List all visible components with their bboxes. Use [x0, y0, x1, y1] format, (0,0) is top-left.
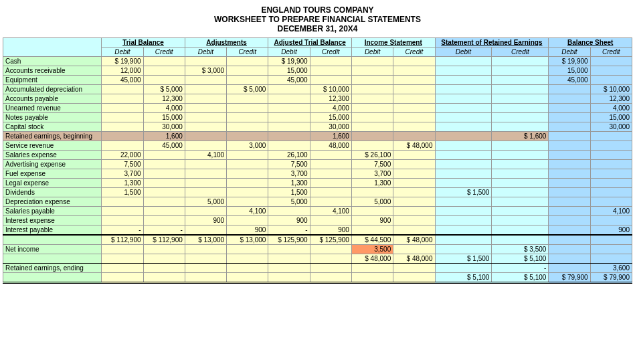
page: ENGLAND TOURS COMPANY WORKSHEET TO PREPA…: [0, 0, 635, 289]
row-value: 4,100: [227, 207, 268, 216]
row-value: [549, 122, 590, 132]
row-label: Advertising expense: [3, 160, 102, 169]
row-value: [435, 132, 492, 141]
row-value: [185, 122, 226, 132]
is-credit-header: Credit: [393, 48, 435, 57]
row-value: [227, 264, 268, 273]
company-name: ENGLAND TOURS COMPANY: [3, 5, 632, 15]
row-value: 48,000: [310, 141, 351, 151]
row-value: $ 1,500: [435, 188, 492, 197]
row-value: [549, 132, 590, 141]
row-value: $ 19,900: [102, 57, 143, 66]
row-value: 30,000: [143, 122, 185, 132]
row-value: [102, 104, 143, 113]
row-label: Interest payable: [3, 225, 102, 236]
row-value: [143, 66, 185, 76]
row-value: [227, 76, 268, 85]
row-value: [268, 132, 310, 141]
row-value: 5,000: [351, 197, 393, 207]
worksheet-table: Trial Balance Adjustments Adjusted Trial…: [3, 37, 632, 284]
row-value: 4,000: [143, 104, 185, 113]
tb-credit-header: Credit: [143, 48, 185, 57]
table-row: Accounts payable12,30012,30012,300: [3, 94, 632, 104]
row-value: [227, 113, 268, 122]
row-value: [351, 76, 393, 85]
row-value: [227, 104, 268, 113]
table-row: Notes payable15,00015,00015,000: [3, 113, 632, 122]
row-value: [227, 254, 268, 264]
row-value: [590, 245, 632, 254]
row-value: [590, 235, 632, 245]
row-value: [185, 132, 226, 141]
row-value: [393, 132, 435, 141]
row-value: [310, 160, 351, 169]
row-value: [435, 122, 492, 132]
row-value: $ 112,900: [102, 235, 143, 245]
row-value: [435, 207, 492, 216]
atb-credit-header: Credit: [310, 48, 351, 57]
row-label: Interest expense: [3, 216, 102, 225]
adj-credit-header: Credit: [227, 48, 268, 57]
row-value: [268, 207, 310, 216]
table-row: $ 48,000$ 48,000$ 1,500$ 5,100: [3, 254, 632, 264]
row-value: [492, 188, 549, 197]
row-value: [492, 113, 549, 122]
row-value: [268, 85, 310, 94]
row-value: $ 44,500: [351, 235, 393, 245]
row-value: [185, 160, 226, 169]
row-label: [3, 273, 102, 283]
row-value: [549, 151, 590, 160]
row-value: 22,000: [102, 151, 143, 160]
row-value: [590, 160, 632, 169]
row-value: [435, 160, 492, 169]
row-value: [549, 104, 590, 113]
table-row: Legal expense1,3001,3001,300: [3, 179, 632, 188]
row-value: [268, 245, 310, 254]
trial-balance-header: Trial Balance: [102, 38, 185, 48]
row-label: Service revenue: [3, 141, 102, 151]
row-value: [185, 179, 226, 188]
row-value: [492, 197, 549, 207]
row-value: [492, 76, 549, 85]
row-value: [549, 169, 590, 179]
row-value: 4,100: [185, 151, 226, 160]
row-value: 15,000: [549, 66, 590, 76]
row-value: [549, 197, 590, 207]
row-value: [435, 225, 492, 236]
table-row: Retained earnings, ending-3,600: [3, 264, 632, 273]
row-value: [227, 245, 268, 254]
row-value: 1,300: [351, 179, 393, 188]
row-value: [393, 273, 435, 283]
row-label: Salaries payable: [3, 207, 102, 216]
row-value: 5,000: [268, 197, 310, 207]
row-label: Depreciation expense: [3, 197, 102, 207]
row-value: [393, 122, 435, 132]
row-value: [435, 76, 492, 85]
row-value: [435, 179, 492, 188]
row-value: [492, 94, 549, 104]
row-value: [435, 151, 492, 160]
row-value: 3,700: [351, 169, 393, 179]
row-value: [590, 76, 632, 85]
row-label: Dividends: [3, 188, 102, 197]
row-value: [351, 113, 393, 122]
row-value: [268, 104, 310, 113]
row-value: [435, 245, 492, 254]
row-value: [393, 85, 435, 94]
row-value: $ 48,000: [393, 235, 435, 245]
row-value: [351, 141, 393, 151]
row-value: [351, 104, 393, 113]
table-row: Retained earnings, beginning1,6001,600$ …: [3, 132, 632, 141]
row-value: $ 19,900: [268, 57, 310, 66]
row-value: [310, 216, 351, 225]
row-value: [549, 264, 590, 273]
is-debit-header: Debit: [351, 48, 393, 57]
row-value: [492, 151, 549, 160]
blank-header: [3, 38, 102, 57]
row-value: 12,000: [102, 66, 143, 76]
row-label: Notes payable: [3, 113, 102, 122]
row-value: [143, 188, 185, 197]
row-value: $ 125,900: [268, 235, 310, 245]
row-value: [102, 141, 143, 151]
row-value: 7,500: [351, 160, 393, 169]
